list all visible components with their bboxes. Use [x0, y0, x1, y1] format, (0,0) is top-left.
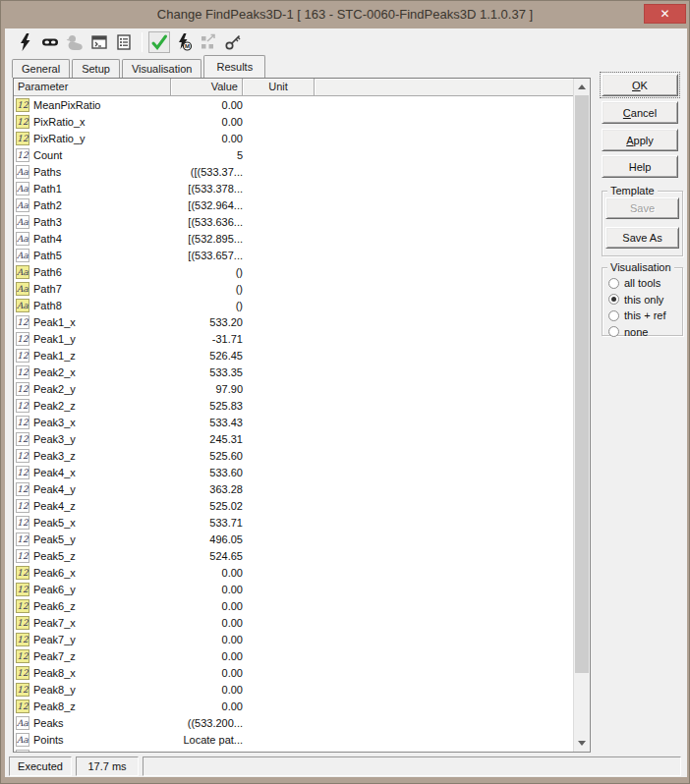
table-row[interactable]: AaPath7() — [14, 280, 573, 297]
apply-button[interactable]: Apply — [602, 129, 678, 151]
table-row[interactable]: 12Peak5_y496.05 — [14, 531, 573, 547]
cancel-button[interactable]: Cancel — [602, 101, 678, 124]
table-row[interactable]: AaPeaks((533.200... — [14, 714, 573, 731]
table-row[interactable]: 12Peak6_x0.00 — [14, 564, 573, 581]
table-row[interactable]: 12Peak1_z526.45 — [14, 347, 573, 364]
close-button[interactable]: ✕ — [644, 4, 686, 24]
table-row[interactable]: 12Count5 — [14, 146, 573, 163]
tab-visualisation[interactable]: Visualisation — [122, 59, 202, 78]
table-row[interactable]: 12Peak3_z525.60 — [14, 447, 573, 464]
table-row[interactable]: 12Peak2_z525.83 — [14, 397, 573, 414]
table-row[interactable]: 12Peak3_y245.31 — [14, 430, 573, 447]
radio-option-all-tools[interactable]: all tools — [608, 276, 661, 290]
numeric-type-icon: 12 — [16, 332, 29, 346]
numeric-type-icon: 12 — [16, 432, 29, 446]
radio-option-this-ref[interactable]: this + ref — [608, 308, 666, 322]
numeric-type-icon: 12 — [16, 566, 29, 580]
run-monitored-icon[interactable]: M — [173, 31, 195, 53]
column-header-parameter[interactable]: Parameter — [14, 79, 171, 96]
connector-icon[interactable] — [39, 31, 61, 53]
table-row[interactable]: AaPath5[(533.657... — [14, 247, 573, 263]
table-row[interactable]: 12PixRatio_y0.00 — [14, 130, 573, 146]
radio-option-none[interactable]: none — [608, 325, 648, 339]
table-row[interactable]: AaPaths([(533.37... — [14, 163, 573, 180]
table-row[interactable]: 12Peak5_x533.71 — [14, 514, 573, 531]
radio-button-icon[interactable] — [608, 310, 619, 321]
table-row[interactable]: 12Peak7_x0.00 — [14, 614, 573, 631]
table-row[interactable]: 12Peak4_x533.60 — [14, 464, 573, 480]
dialog-window: Change FindPeaks3D-1 [ 163 - STC-0060-Fi… — [0, 0, 690, 784]
table-row[interactable]: 12Peak7_z0.00 — [14, 647, 573, 664]
table-row[interactable]: 12Peak6_y0.00 — [14, 581, 573, 597]
table-row[interactable]: 12Peak4_z525.02 — [14, 497, 573, 514]
table-row[interactable]: AaPath8() — [14, 297, 573, 313]
tab-results[interactable]: Results — [203, 55, 265, 78]
scrollbar-thumb[interactable] — [575, 95, 589, 673]
report-list-icon[interactable] — [113, 31, 135, 53]
radio-button-icon[interactable] — [608, 294, 619, 305]
table-row[interactable]: 12Peak1_x533.20 — [14, 313, 573, 330]
table-row[interactable]: 12Peak8_x0.00 — [14, 664, 573, 681]
tab-setup[interactable]: Setup — [72, 59, 120, 78]
column-header-filler — [315, 79, 573, 96]
column-header-unit[interactable]: Unit — [243, 79, 315, 96]
table-row[interactable]: AaPath4[(532.895... — [14, 230, 573, 247]
numeric-type-icon: 12 — [16, 549, 29, 563]
parameter-name: MeanPixRatio — [33, 99, 100, 111]
parameter-value: 533.20 — [171, 316, 243, 328]
text-type-icon: Aa — [16, 198, 29, 212]
vertical-scrollbar[interactable] — [573, 79, 590, 752]
table-row[interactable]: 12Peak8_z0.00 — [14, 698, 573, 714]
numeric-type-icon: 12 — [16, 683, 29, 697]
radio-button-icon[interactable] — [608, 278, 619, 289]
table-row[interactable]: AaPointsLocate pat... — [14, 731, 573, 748]
table-row[interactable]: 12Peak4_y363.28 — [14, 480, 573, 497]
table-row[interactable]: 12Peak6_z0.00 — [14, 597, 573, 614]
table-row[interactable]: 12MeanPixRatio0.00 — [14, 96, 573, 113]
save-as-button[interactable]: Save As — [605, 227, 679, 249]
parameter-value: [(532.895... — [171, 233, 243, 245]
parameter-name: Peak5_x — [33, 517, 76, 529]
table-row[interactable]: 12PixRatio_x0.00 — [14, 113, 573, 130]
status-bar: Executed 17.7 ms — [5, 756, 687, 777]
table-row[interactable]: 12Peak1_y-31.71 — [14, 330, 573, 347]
table-row[interactable]: 12Peak2_x533.35 — [14, 364, 573, 380]
parameter-name: Peak7_z — [33, 650, 76, 662]
numeric-type-icon: 12 — [16, 700, 29, 713]
run-icon[interactable] — [15, 31, 36, 53]
template-groupbox-label: Template — [607, 185, 658, 196]
table-row[interactable]: AaPath3[(533.636... — [14, 213, 573, 230]
table-row[interactable]: 12Peak8_y0.00 — [14, 681, 573, 698]
radio-option-this-only[interactable]: this only — [608, 293, 663, 307]
scroll-down-button[interactable] — [574, 735, 590, 752]
table-row[interactable]: 12Peak3_x533.43 — [14, 414, 573, 430]
ok-button[interactable]: OK — [602, 74, 678, 96]
numeric-type-icon: 12 — [16, 466, 29, 479]
table-row[interactable]: AaPath6() — [14, 263, 573, 280]
text-type-icon: Aa — [16, 733, 29, 747]
parameter-name: Peak1_z — [33, 350, 76, 362]
text-type-icon: Aa — [16, 165, 29, 179]
console-window-icon[interactable] — [88, 31, 110, 53]
parameter-value: 525.02 — [171, 500, 243, 512]
parameter-name: Path5 — [33, 250, 62, 261]
table-row[interactable]: AaPath1[(533.378... — [14, 180, 573, 196]
column-header-value[interactable]: Value — [171, 79, 243, 96]
tab-general[interactable]: General — [12, 59, 70, 78]
table-row[interactable]: 12Peak5_z524.65 — [14, 547, 573, 564]
parameter-name: Peak2_y — [33, 383, 76, 395]
execute-check-icon[interactable] — [148, 31, 170, 53]
dialog-client-area: M General Setup Visualisation Results Pa… — [5, 28, 687, 777]
scroll-up-button[interactable] — [574, 79, 590, 95]
help-button[interactable]: Help — [602, 155, 678, 178]
parameter-value: 0.00 — [171, 567, 243, 579]
table-row[interactable]: AaPath2[(532.964... — [14, 196, 573, 213]
table-row[interactable]: 12Peak2_y97.90 — [14, 380, 573, 397]
table-row[interactable]: Aa — [14, 748, 573, 752]
duck-icon[interactable] — [64, 31, 86, 53]
visualisation-groupbox-label: Visualisation — [607, 261, 674, 273]
table-row[interactable]: 12Peak7_y0.00 — [14, 631, 573, 647]
numeric-type-icon: 12 — [16, 98, 29, 112]
key-icon[interactable] — [222, 31, 244, 53]
radio-button-icon[interactable] — [608, 326, 619, 337]
